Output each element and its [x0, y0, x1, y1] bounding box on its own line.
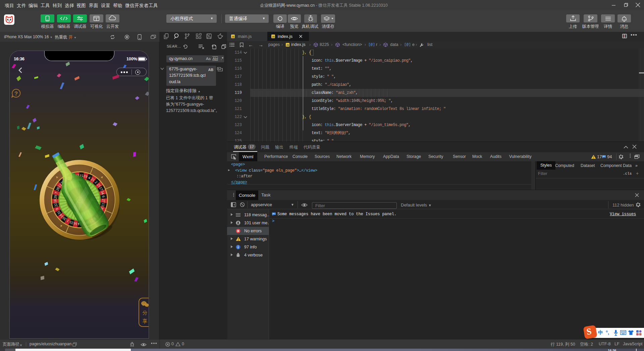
svg-text:?: ? [14, 91, 18, 97]
svg-text:JS: JS [286, 44, 289, 46]
svg-text:JS: JS [272, 36, 275, 38]
svg-text:JS: JS [232, 36, 235, 38]
